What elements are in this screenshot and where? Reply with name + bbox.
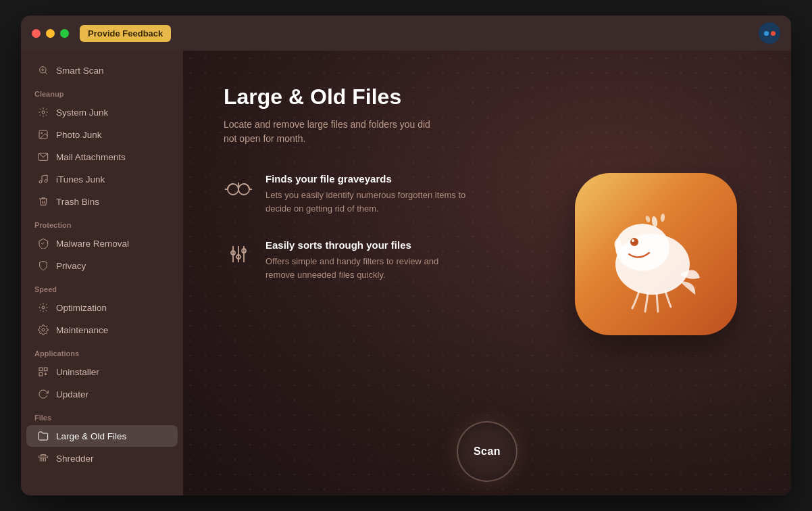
sidebar-item-privacy[interactable]: Privacy [26,255,178,276]
scan-button[interactable]: Scan [457,421,517,482]
point-graveyards-body: Lets you easily identify numerous forgot… [265,189,468,215]
svg-point-5 [39,180,42,183]
updater-icon [37,388,49,400]
privacy-icon [37,260,49,272]
avatar-button[interactable] [759,22,780,44]
close-button[interactable] [32,29,41,38]
feature-body: Finds your file graveyards Lets you easi… [224,173,751,394]
sidebar: Smart Scan Cleanup System Junk Photo Jun… [21,51,183,495]
svg-rect-12 [39,456,47,458]
traffic-lights [32,29,69,38]
svg-point-6 [45,180,47,182]
sidebar-item-smart-scan[interactable]: Smart Scan [26,59,178,81]
section-label-applications: Applications [21,341,183,360]
avatar-icon [764,31,776,36]
feature-points: Finds your file graveyards Lets you easi… [224,173,521,281]
maximize-button[interactable] [60,29,69,38]
sidebar-item-uninstaller[interactable]: Uninstaller [26,361,178,383]
privacy-label: Privacy [56,261,86,271]
svg-point-23 [630,238,638,246]
svg-rect-9 [39,368,43,371]
svg-point-27 [644,215,651,222]
sidebar-item-shredder[interactable]: Shredder [26,447,178,469]
svg-point-3 [41,132,43,134]
smart-scan-icon [37,64,49,76]
trash-bins-label: Trash Bins [56,197,99,207]
music-icon [37,173,49,185]
system-junk-label: System Junk [56,107,108,118]
large-old-files-label: Large & Old Files [56,431,126,441]
maintenance-label: Maintenance [56,325,108,335]
uninstaller-label: Uninstaller [56,367,99,377]
scan-button-area: Scan [183,421,791,495]
shredder-label: Shredder [56,454,94,464]
point-sorts-text: Easily sorts through your files Offers s… [265,239,468,281]
minimize-button[interactable] [46,29,55,38]
photo-junk-icon [37,128,49,141]
optimization-icon [37,301,49,314]
graveyards-icon [224,173,253,203]
svg-point-24 [632,239,634,242]
app-icon-area [561,173,751,335]
svg-point-7 [42,306,45,309]
sidebar-item-mail-attachments[interactable]: Mail Attachments [26,146,178,168]
section-label-files: Files [21,406,183,424]
svg-rect-11 [39,372,43,376]
svg-point-22 [615,224,669,271]
point-sorts-heading: Easily sorts through your files [265,239,468,251]
section-label-cleanup: Cleanup [21,82,183,101]
itunes-junk-label: iTunes Junk [56,174,105,185]
content-area: Smart Scan Cleanup System Junk Photo Jun… [21,51,791,495]
sidebar-item-system-junk[interactable]: System Junk [26,101,178,123]
point-graveyards-text: Finds your file graveyards Lets you easi… [265,173,468,215]
sidebar-item-optimization[interactable]: Optimization [26,297,178,318]
maintenance-icon [37,324,49,336]
feature-point-sorts: Easily sorts through your files Offers s… [224,239,521,281]
feature-header: Large & Old Files Locate and remove larg… [224,84,751,146]
updater-label: Updater [56,389,88,399]
smart-scan-label: Smart Scan [56,66,104,76]
main-inner: Large & Old Files Locate and remove larg… [183,51,791,421]
main-panel: Large & Old Files Locate and remove larg… [183,51,791,495]
malware-removal-label: Malware Removal [56,239,129,249]
section-label-protection: Protection [21,213,183,232]
app-window: Provide Feedback Smart Scan Cleanup [21,16,791,495]
sidebar-item-maintenance[interactable]: Maintenance [26,319,178,341]
titlebar: Provide Feedback [21,16,791,51]
folder-icon [37,430,49,442]
optimization-label: Optimization [56,303,107,313]
shredder-icon [37,452,49,464]
feature-point-graveyards: Finds your file graveyards Lets you easi… [224,173,521,215]
feedback-button[interactable]: Provide Feedback [80,25,171,42]
trash-icon [37,195,49,208]
point-graveyards-heading: Finds your file graveyards [265,173,468,185]
system-junk-icon [37,106,49,118]
sidebar-item-trash-bins[interactable]: Trash Bins [26,191,178,212]
photo-junk-label: Photo Junk [56,130,102,140]
svg-point-26 [660,214,665,222]
sorts-icon [224,239,253,269]
uninstaller-icon [37,366,49,378]
sidebar-item-itunes-junk[interactable]: iTunes Junk [26,168,178,190]
svg-point-8 [42,328,45,331]
sidebar-item-large-old-files[interactable]: Large & Old Files [26,425,178,447]
mail-icon [37,151,49,163]
svg-point-1 [42,111,45,114]
feature-title: Large & Old Files [224,84,751,110]
feature-subtitle: Locate and remove large files and folder… [224,118,440,146]
sidebar-item-photo-junk[interactable]: Photo Junk [26,124,178,145]
malware-icon [37,237,49,249]
app-icon [575,173,737,335]
svg-rect-10 [44,368,47,371]
sidebar-item-malware-removal[interactable]: Malware Removal [26,233,178,254]
point-sorts-body: Offers simple and handy filters to revie… [265,255,468,281]
section-label-speed: Speed [21,277,183,296]
sidebar-item-updater[interactable]: Updater [26,383,178,405]
mail-attachments-label: Mail Attachments [56,152,126,162]
